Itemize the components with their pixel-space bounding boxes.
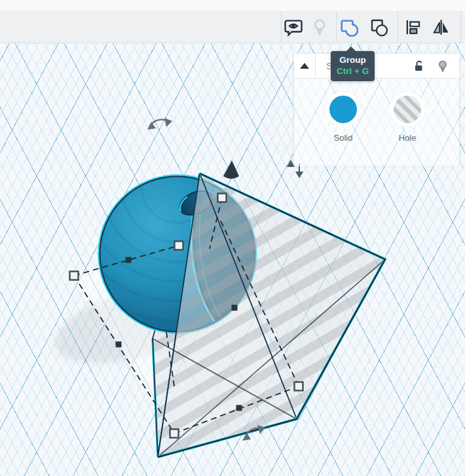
mid-handle[interactable]	[116, 342, 122, 348]
inspector-body: Solid Hole	[294, 79, 459, 166]
corner-handle[interactable]	[70, 272, 79, 280]
group-tooltip: Group Ctrl + G	[331, 51, 375, 81]
mid-handle[interactable]	[126, 257, 132, 263]
hide-button[interactable]	[436, 59, 450, 73]
align-button[interactable]	[402, 16, 423, 37]
corner-handle[interactable]	[175, 242, 183, 250]
corner-handle[interactable]	[170, 430, 179, 438]
lightbulb-button[interactable]	[309, 16, 330, 37]
lock-button[interactable]	[412, 59, 426, 73]
collapse-panel-button[interactable]	[294, 54, 316, 78]
group-button[interactable]	[338, 16, 359, 37]
solid-color-swatch	[329, 96, 357, 123]
group-icon	[339, 17, 358, 37]
align-icon	[403, 17, 422, 37]
inspector-header: Shapes(2)	[294, 54, 459, 79]
mid-handle[interactable]	[232, 305, 238, 311]
shape-inspector-panel: Shapes(2) Solid	[293, 53, 460, 166]
material-option-hole[interactable]: Hole	[390, 92, 425, 143]
lightbulb-icon	[310, 17, 329, 37]
titlebar-strip	[0, 0, 465, 12]
toolbar-separator	[336, 11, 337, 43]
toolbar	[0, 11, 465, 43]
toolbar-separator	[398, 11, 398, 43]
move-up-cone-handle[interactable]	[223, 160, 239, 179]
solid-label: Solid	[334, 133, 353, 143]
toolbar-separator	[460, 11, 461, 43]
tooltip-title: Group	[337, 54, 369, 65]
bulb-icon	[436, 59, 450, 73]
comment-eye-icon	[284, 17, 303, 37]
unlock-icon	[412, 59, 426, 73]
tooltip-shortcut: Ctrl + G	[337, 65, 369, 77]
corner-handle[interactable]	[295, 382, 303, 391]
comment-review-button[interactable]	[283, 16, 304, 37]
toolbar-separator	[281, 11, 282, 43]
ungroup-button[interactable]	[368, 16, 389, 37]
mirror-icon	[431, 17, 451, 37]
corner-handle[interactable]	[218, 194, 227, 202]
rotate-handle-top[interactable]	[147, 118, 172, 130]
mirror-button[interactable]	[430, 16, 451, 37]
hole-striped-swatch	[394, 96, 421, 123]
collapse-arrow-icon	[300, 63, 309, 69]
hole-label: Hole	[399, 133, 417, 143]
material-option-solid[interactable]: Solid	[326, 92, 361, 143]
ungroup-icon	[369, 17, 388, 37]
mid-handle[interactable]	[236, 405, 242, 411]
